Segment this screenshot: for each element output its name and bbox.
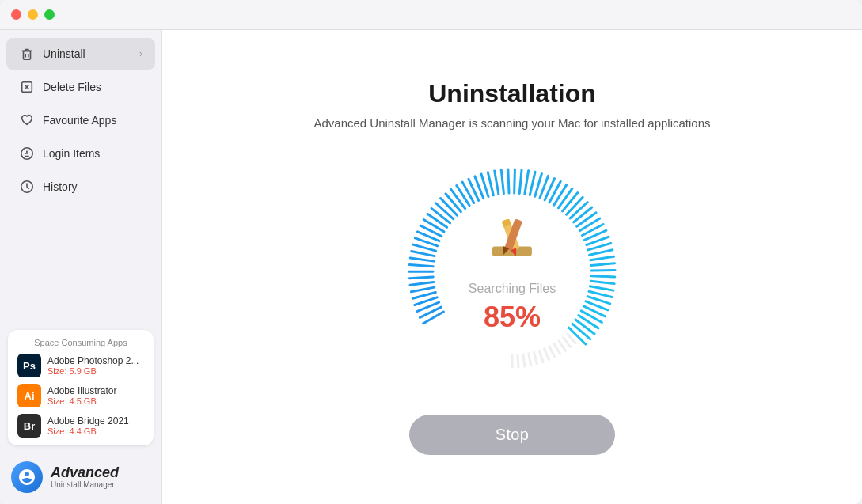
brand-icon [11, 461, 43, 493]
history-icon [19, 179, 35, 195]
maximize-button[interactable] [44, 9, 55, 20]
traffic-lights [11, 9, 55, 20]
svg-line-28 [409, 277, 433, 279]
svg-line-19 [518, 355, 518, 367]
svg-line-27 [410, 282, 434, 286]
minimize-button[interactable] [28, 9, 38, 20]
sidebar-item-login-items[interactable]: Login Items [6, 138, 155, 169]
svg-line-38 [427, 214, 447, 227]
sidebar-item-login-items-label: Login Items [43, 147, 100, 160]
list-item[interactable]: Ps Adobe Photoshop 2... Size: 5.9 GB [17, 354, 144, 377]
svg-line-33 [413, 244, 436, 251]
svg-line-13 [549, 347, 555, 357]
sidebar-item-history-label: History [43, 180, 78, 193]
space-apps-card: Space Consuming Apps Ps Adobe Photoshop … [8, 330, 154, 445]
svg-line-75 [591, 263, 615, 266]
svg-line-15 [539, 351, 543, 362]
brand-text: Advanced Uninstall Manager [51, 465, 119, 490]
svg-line-66 [574, 207, 592, 222]
svg-line-73 [590, 250, 613, 256]
svg-line-62 [558, 188, 572, 207]
progress-label: Searching Files [469, 282, 556, 296]
svg-line-80 [589, 291, 612, 297]
photoshop-info: Adobe Photoshop 2... Size: 5.9 GB [47, 355, 139, 376]
trash-icon [19, 46, 35, 62]
sidebar-item-favourite-apps-label: Favourite Apps [43, 114, 116, 127]
app-container: Uninstall › Delete Files [0, 30, 862, 504]
svg-line-78 [590, 281, 614, 283]
list-item[interactable]: Ai Adobe Illustrator Size: 4.5 GB [17, 384, 144, 407]
svg-line-14 [545, 349, 549, 360]
svg-line-64 [567, 197, 583, 214]
chevron-right-icon: › [139, 48, 142, 59]
progress-inner: Searching Files 85% [469, 211, 556, 334]
svg-line-44 [457, 186, 469, 206]
photoshop-name: Adobe Photoshop 2... [47, 355, 139, 366]
svg-line-16 [534, 352, 537, 363]
svg-line-12 [554, 344, 560, 354]
main-content: Uninstallation Advanced Uninstall Manage… [162, 30, 862, 504]
svg-line-32 [412, 251, 435, 256]
svg-line-52 [508, 169, 509, 193]
illustrator-size: Size: 4.5 GB [47, 396, 116, 406]
svg-rect-0 [24, 51, 31, 59]
progress-percent: 85% [484, 301, 541, 334]
brand-sub: Uninstall Manager [51, 480, 119, 489]
svg-line-87 [572, 324, 590, 339]
photoshop-size: Size: 5.9 GB [47, 366, 139, 376]
stop-button[interactable]: Stop [409, 415, 615, 455]
svg-line-53 [515, 169, 515, 193]
svg-line-79 [590, 286, 613, 290]
svg-line-55 [525, 171, 529, 195]
titlebar [0, 0, 862, 30]
illustrator-info: Adobe Illustrator Size: 4.5 GB [47, 385, 116, 406]
bridge-size: Size: 4.4 GB [47, 426, 129, 436]
svg-line-54 [519, 170, 522, 194]
svg-line-86 [575, 320, 594, 334]
page-subtitle: Advanced Uninstall Manager is scanning y… [313, 116, 710, 130]
sidebar: Uninstall › Delete Files [0, 30, 162, 504]
svg-line-41 [441, 199, 458, 216]
svg-line-42 [446, 194, 461, 212]
svg-line-11 [559, 341, 565, 351]
svg-line-50 [495, 171, 499, 195]
sidebar-nav: Uninstall › Delete Files [0, 30, 161, 320]
svg-line-26 [411, 287, 434, 292]
svg-line-40 [436, 203, 454, 219]
sidebar-item-uninstall-label: Uninstall [43, 47, 85, 60]
svg-line-51 [501, 170, 503, 194]
heart-icon [19, 112, 35, 128]
brand-footer: Advanced Uninstall Manager [0, 453, 161, 504]
svg-line-25 [412, 293, 435, 299]
sidebar-item-favourite-apps[interactable]: Favourite Apps [6, 104, 155, 136]
sidebar-item-uninstall[interactable]: Uninstall › [6, 38, 155, 70]
sidebar-item-delete-files-label: Delete Files [43, 81, 101, 93]
svg-line-67 [577, 213, 596, 226]
sidebar-item-history[interactable]: History [6, 171, 155, 203]
svg-line-85 [579, 316, 598, 328]
photoshop-icon: Ps [17, 354, 41, 377]
svg-line-39 [431, 208, 450, 223]
bridge-icon: Br [17, 414, 41, 438]
bridge-name: Adobe Bridge 2021 [47, 415, 129, 426]
svg-line-74 [590, 256, 614, 260]
svg-line-31 [410, 258, 434, 261]
list-item[interactable]: Br Adobe Bridge 2021 Size: 4.4 GB [17, 414, 144, 438]
page-title: Uninstallation [428, 79, 596, 108]
svg-line-10 [564, 338, 571, 347]
illustrator-name: Adobe Illustrator [47, 385, 116, 396]
svg-line-49 [488, 172, 493, 195]
sidebar-item-delete-files[interactable]: Delete Files [6, 71, 155, 103]
delete-files-icon [19, 79, 35, 95]
bridge-info: Adobe Bridge 2021 Size: 4.4 GB [47, 415, 129, 436]
svg-line-63 [563, 193, 578, 211]
svg-line-65 [570, 202, 587, 218]
brand-name: Advanced [51, 465, 119, 481]
progress-app-icon [484, 211, 540, 274]
close-button[interactable] [11, 9, 21, 20]
svg-line-76 [591, 270, 615, 271]
svg-line-17 [529, 354, 531, 366]
svg-line-88 [568, 328, 585, 344]
svg-line-56 [530, 172, 535, 195]
progress-container: Searching Files 85% [401, 161, 623, 383]
